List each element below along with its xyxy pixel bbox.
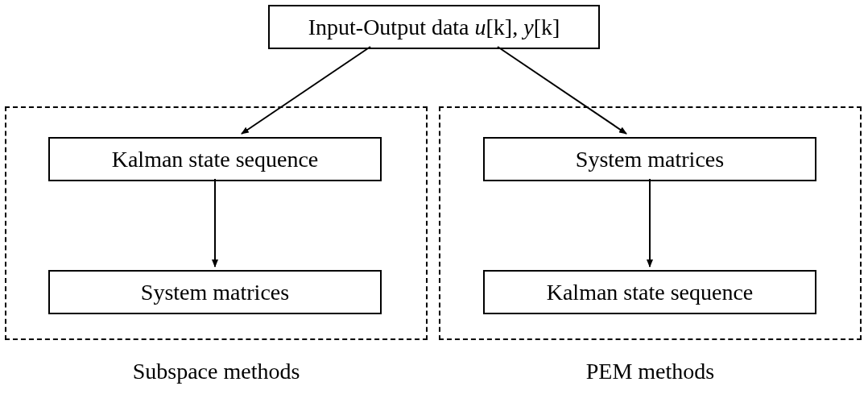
right-step1-text: System matrices xyxy=(576,147,724,172)
box-right-step1: System matrices xyxy=(483,137,816,181)
box-left-step1: Kalman state sequence xyxy=(48,137,382,181)
label-subspace: Subspace methods xyxy=(5,359,428,384)
left-step2-text: System matrices xyxy=(141,280,289,305)
diagram-root: Input-Output data u[k], y[k] Kalman stat… xyxy=(0,0,868,411)
box-input-output: Input-Output data u[k], y[k] xyxy=(268,5,600,49)
io-yk: [k] xyxy=(534,15,560,39)
io-sep: , xyxy=(512,15,523,39)
pem-title: PEM methods xyxy=(586,359,714,384)
io-y: y xyxy=(523,15,533,39)
box-left-step2: System matrices xyxy=(48,270,382,314)
subspace-title: Subspace methods xyxy=(133,359,300,384)
io-u: u xyxy=(475,15,486,39)
io-prefix: Input-Output data xyxy=(308,15,475,39)
box-right-step2: Kalman state sequence xyxy=(483,270,816,314)
label-pem: PEM methods xyxy=(439,359,862,384)
left-step1-text: Kalman state sequence xyxy=(112,147,319,172)
io-uk: [k] xyxy=(486,15,513,39)
right-step2-text: Kalman state sequence xyxy=(547,280,754,305)
